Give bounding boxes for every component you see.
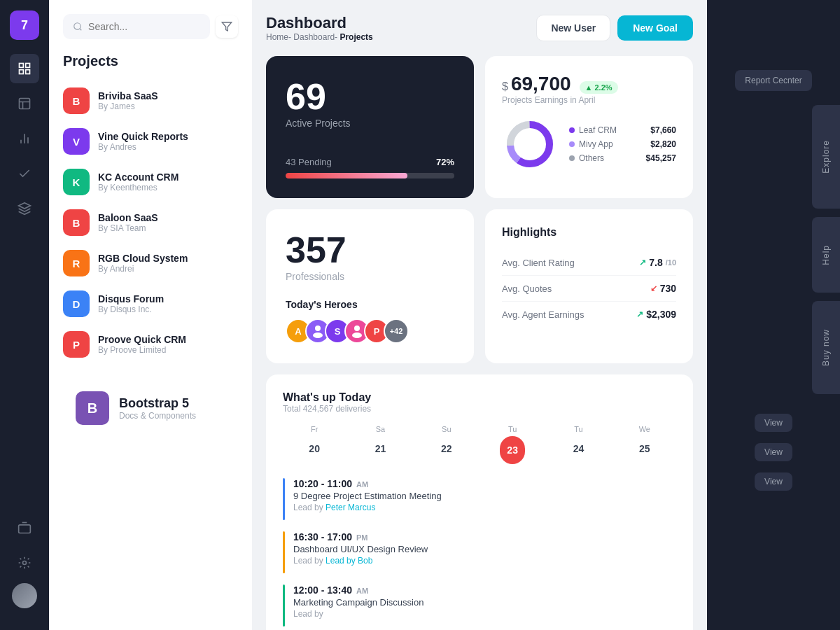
pending-row: 43 Pending 72% <box>286 157 454 167</box>
search-icon <box>73 21 83 32</box>
svg-point-20 <box>354 326 360 331</box>
sidebar-item-apps[interactable] <box>10 548 39 578</box>
event-lead: Lead by Lead by Bob <box>293 556 428 566</box>
sidebar-item-tasks[interactable] <box>10 159 39 188</box>
day-label: Tu <box>508 425 517 433</box>
earnings-dollar: $ <box>502 80 508 93</box>
day-label: Fr <box>311 425 318 433</box>
project-by: By James <box>98 102 158 111</box>
svg-point-11 <box>74 23 80 29</box>
help-label: Help <box>821 245 831 265</box>
project-name: Proove Quick CRM <box>98 334 186 345</box>
project-item[interactable]: B Briviba SaaS By James <box>63 80 238 121</box>
professionals-label: Professionals <box>286 271 454 282</box>
svg-rect-4 <box>20 99 30 109</box>
page-title: Dashboard <box>266 14 373 32</box>
arrow-down-icon-2: ↙ <box>650 284 657 293</box>
svg-rect-9 <box>19 525 31 533</box>
project-logo: B <box>63 209 90 236</box>
project-item[interactable]: R RGB Cloud System By Andrei <box>63 243 238 284</box>
highlight-row-2: Avg. Quotes ↙ 730 <box>502 276 676 302</box>
highlight-row-3: Avg. Agent Earnings ↗ $2,309 <box>502 302 676 327</box>
svg-rect-2 <box>26 70 30 74</box>
legend-val-2: $2,820 <box>650 139 676 149</box>
legend-val-1: $7,660 <box>650 125 676 135</box>
project-name: Vine Quick Reports <box>98 131 188 142</box>
search-input[interactable] <box>88 21 200 32</box>
buy-now-label: Buy now <box>821 329 831 366</box>
event-item: 12:00 - 13:40 AM Marketing Campaign Disc… <box>283 584 676 626</box>
active-projects-label: Active Projects <box>286 118 454 129</box>
day-number: 24 <box>566 436 591 461</box>
svg-point-19 <box>313 332 323 338</box>
event-time: 10:20 - 11:00 AM <box>293 478 442 489</box>
day-item[interactable]: Su 22 <box>415 425 478 464</box>
project-item[interactable]: V Vine Quick Reports By Andres <box>63 121 238 162</box>
view-button-1[interactable]: View <box>755 414 792 432</box>
arrow-up-icon-1: ↗ <box>639 258 646 267</box>
event-lead-link[interactable]: Lead by Bob <box>326 556 372 566</box>
avatars-row: A S P +42 <box>286 318 454 344</box>
project-item[interactable]: K KC Account CRM By Keenthemes <box>63 162 238 202</box>
day-item[interactable]: Tu 24 <box>547 425 610 464</box>
svg-rect-1 <box>26 64 30 68</box>
stats-row: 69 Active Projects 43 Pending 72% $ 69,7… <box>266 56 693 198</box>
day-item[interactable]: Sa 21 <box>349 425 412 464</box>
explore-tab[interactable]: Explore <box>812 105 840 209</box>
event-line <box>283 584 285 626</box>
event-time-suffix: PM <box>356 533 368 542</box>
sidebar-item-analytics[interactable] <box>10 124 39 153</box>
sidebar-item-settings[interactable] <box>10 513 39 542</box>
right-panel: Report Cecnter Explore Help Buy now View… <box>707 0 840 630</box>
earnings-chart-row: Leaf CRM Mivy App Others $7,660 $2,820 $… <box>502 116 676 172</box>
new-user-button[interactable]: New User <box>536 15 610 41</box>
new-goal-button[interactable]: New Goal <box>617 15 693 41</box>
event-lead-link[interactable]: Peter Marcus <box>326 503 375 512</box>
calendar-subtitle: Total 424,567 deliveries <box>283 404 676 414</box>
breadcrumb: Home- Dashboard- Projects <box>266 32 373 42</box>
event-title: Dashboard UI/UX Design Review <box>293 544 428 554</box>
project-logo: V <box>63 128 90 155</box>
earnings-badge: ▲ 2.2% <box>580 81 618 94</box>
explore-label: Explore <box>821 140 831 174</box>
view-button-3[interactable]: View <box>755 472 792 491</box>
project-item[interactable]: B Baloon SaaS By SIA Team <box>63 202 238 243</box>
day-item[interactable]: Tu 23 <box>481 425 544 464</box>
search-filter-row <box>63 14 238 39</box>
event-line <box>283 531 285 573</box>
days-row: Fr 20 Sa 21 Su 22 Tu 23 Tu 24 We 25 <box>283 425 676 464</box>
professionals-number: 357 <box>286 229 454 271</box>
sidebar: 7 <box>0 0 49 630</box>
report-center-button[interactable]: Report Cecnter <box>735 70 811 91</box>
highlights-card: Highlights Avg. Client Rating ↗ 7.8 /10 … <box>485 209 693 363</box>
day-item[interactable]: Fr 20 <box>283 425 346 464</box>
bootstrap-banner[interactable]: B Bootstrap 5 Docs & Components <box>63 379 238 438</box>
help-tab[interactable]: Help <box>812 217 840 293</box>
project-logo: B <box>63 88 90 114</box>
earnings-legend-values: $7,660 $2,820 $45,257 <box>646 125 676 163</box>
legend-item-1: Leaf CRM <box>569 125 635 135</box>
day-item[interactable]: We 25 <box>613 425 676 464</box>
bootstrap-sublabel: Docs & Components <box>119 411 196 421</box>
buy-now-tab[interactable]: Buy now <box>812 301 840 394</box>
user-avatar[interactable] <box>12 583 37 608</box>
earnings-label: Projects Earnings in April <box>502 95 676 105</box>
project-name: RGB Cloud System <box>98 253 188 264</box>
event-line <box>283 478 285 520</box>
highlight-value-3: ↗ $2,309 <box>636 309 676 320</box>
project-by: By Disqus Inc. <box>98 304 164 314</box>
sidebar-item-dashboard[interactable] <box>10 54 39 83</box>
legend-name-1: Leaf CRM <box>579 125 617 135</box>
project-item[interactable]: P Proove Quick CRM By Proove Limited <box>63 324 238 365</box>
project-logo: R <box>63 250 90 276</box>
sidebar-item-charts[interactable] <box>10 89 39 118</box>
active-projects-number: 69 <box>286 76 454 118</box>
sidebar-item-layers[interactable] <box>10 194 39 223</box>
day-number: 23 <box>500 436 525 464</box>
legend-dot-3 <box>569 155 575 161</box>
project-item[interactable]: D Disqus Forum By Disqus Inc. <box>63 284 238 324</box>
arrow-up-icon-3: ↗ <box>636 309 643 319</box>
filter-button[interactable] <box>216 15 238 38</box>
legend-dot-1 <box>569 127 575 133</box>
view-button-2[interactable]: View <box>755 443 792 461</box>
